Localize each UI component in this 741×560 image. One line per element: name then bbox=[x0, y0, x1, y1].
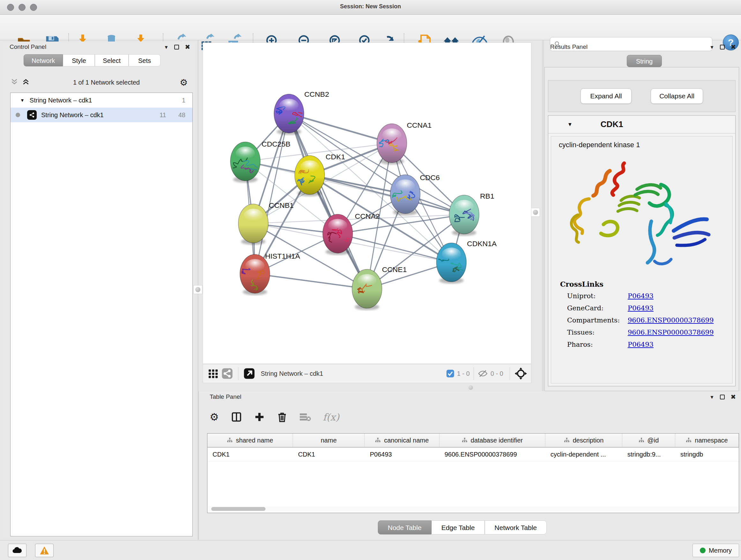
tab-string[interactable]: String bbox=[627, 55, 662, 67]
scrollbar-thumb[interactable] bbox=[211, 507, 266, 511]
open-in-new-window-icon[interactable] bbox=[242, 367, 256, 380]
node-label-HIST1H1A: HIST1H1A bbox=[265, 252, 300, 260]
window-title: Session: New Session bbox=[0, 3, 741, 10]
table-options-gear-icon[interactable]: ⚙ bbox=[210, 411, 219, 423]
expand-all-networks-icon[interactable] bbox=[22, 78, 30, 87]
fit-selected-crosshair-icon[interactable] bbox=[514, 367, 528, 380]
column-header-description[interactable]: description bbox=[545, 434, 622, 447]
table-row[interactable]: CDK1CDK1P064939606.ENSP00000378699cyclin… bbox=[207, 448, 739, 462]
crosslinks-title: CrossLinks bbox=[560, 280, 732, 288]
control-panel-float-icon[interactable] bbox=[174, 45, 179, 50]
selected-checkbox-icon[interactable] bbox=[446, 369, 455, 378]
tab-edge-table[interactable]: Edge Table bbox=[431, 520, 485, 535]
table-tabs: Node Table Edge Table Network Table bbox=[378, 520, 547, 535]
shared-column-icon bbox=[638, 438, 644, 443]
tab-node-table[interactable]: Node Table bbox=[378, 520, 431, 535]
network-options-gear-icon[interactable]: ⚙ bbox=[180, 77, 188, 88]
network-node-CCNA2[interactable] bbox=[323, 214, 356, 255]
cloud-status-icon[interactable] bbox=[8, 544, 26, 557]
table-cell: P06493 bbox=[365, 448, 440, 461]
titlebar: Session: New Session bbox=[0, 0, 741, 15]
crosslink-compartments-link[interactable]: 9606.ENSP00000378699 bbox=[628, 316, 714, 324]
network-node-CDKN1A[interactable] bbox=[434, 243, 467, 284]
column-header-database-identifier[interactable]: database identifier bbox=[440, 434, 545, 447]
birds-eye-grid-icon[interactable] bbox=[206, 367, 220, 380]
collapse-all-button[interactable]: Collapse All bbox=[651, 88, 703, 104]
crosslink-uniprot-link[interactable]: P06493 bbox=[628, 292, 654, 300]
network-view-footer: String Network – cdk1 1 - 0 0 - 0 bbox=[203, 364, 531, 383]
right-splitter-line2 bbox=[543, 40, 544, 391]
edge-count: 48 bbox=[179, 111, 185, 119]
network-node-CCNB2[interactable] bbox=[274, 94, 306, 135]
memory-button[interactable]: Memory bbox=[692, 544, 739, 557]
memory-status-dot bbox=[700, 548, 705, 553]
shared-column-icon bbox=[375, 438, 381, 443]
control-panel-close-icon[interactable]: ✖ bbox=[185, 43, 190, 51]
network-selection-status: 1 of 1 Network selected bbox=[33, 79, 180, 86]
node-label-CCNA2: CCNA2 bbox=[355, 212, 380, 220]
table-cell: cyclin-dependent ... bbox=[545, 448, 622, 461]
gene-section-expand-icon[interactable]: ▼ bbox=[567, 122, 572, 127]
network-graph[interactable]: CCNB2CCNA1CDC25BCDK1CDC6RB1CCNB1CCNA2CDK… bbox=[203, 43, 531, 364]
tab-style[interactable]: Style bbox=[63, 54, 95, 66]
function-builder-icon[interactable]: f(x) bbox=[323, 412, 339, 423]
column-header-namespace[interactable]: namespace bbox=[675, 434, 739, 447]
collection-expand-icon[interactable]: ▼ bbox=[20, 98, 24, 103]
control-panel-menu-icon[interactable]: ▼ bbox=[164, 44, 169, 50]
tab-network-table[interactable]: Network Table bbox=[485, 520, 547, 535]
right-splitter-handle[interactable] bbox=[531, 208, 540, 217]
network-share-icon[interactable] bbox=[220, 367, 234, 380]
column-header-canonical-name[interactable]: canonical name bbox=[365, 434, 440, 447]
network-node-CCNA1[interactable] bbox=[377, 124, 407, 165]
column-header--id[interactable]: @id bbox=[622, 434, 675, 447]
hidden-eye-slash-icon[interactable] bbox=[478, 369, 488, 378]
collapse-all-networks-icon[interactable] bbox=[10, 78, 18, 87]
results-panel-title: Results Panel bbox=[550, 44, 588, 51]
table-panel-menu-icon[interactable]: ▼ bbox=[710, 394, 714, 400]
network-row-selected[interactable]: String Network – cdk1 11 48 bbox=[10, 108, 192, 122]
main-toolbar: ? bbox=[0, 15, 741, 40]
crosslink-label: Uniprot: bbox=[567, 292, 628, 300]
network-node-CCNB1[interactable] bbox=[239, 204, 268, 245]
show-columns-icon[interactable] bbox=[231, 412, 242, 422]
table-cell: 9606.ENSP00000378699 bbox=[440, 448, 545, 461]
network-canvas[interactable]: CCNB2CCNA1CDC25BCDK1CDC6RB1CCNB1CCNA2CDK… bbox=[203, 43, 531, 364]
results-panel-menu-icon[interactable]: ▼ bbox=[710, 44, 714, 50]
tab-network[interactable]: Network bbox=[23, 54, 63, 66]
expand-all-button[interactable]: Expand All bbox=[581, 88, 631, 104]
delete-table-icon[interactable] bbox=[299, 412, 311, 422]
tab-select[interactable]: Select bbox=[95, 54, 129, 66]
application-window: Session: New Session bbox=[0, 0, 741, 560]
horizontal-splitter-handle[interactable] bbox=[468, 385, 473, 390]
hidden-counts: 0 - 0 bbox=[490, 370, 503, 377]
node-table: shared namenamecanonical namedatabase id… bbox=[207, 433, 739, 513]
results-panel: Results Panel ▼ ✖ String Expand All Coll… bbox=[544, 42, 741, 391]
table-panel-float-icon[interactable] bbox=[720, 395, 725, 399]
network-type-icon bbox=[27, 110, 37, 120]
network-node-HIST1H1A[interactable] bbox=[235, 254, 270, 295]
warnings-icon[interactable] bbox=[35, 544, 54, 557]
left-splitter-handle[interactable] bbox=[193, 285, 202, 294]
create-column-plus-icon[interactable] bbox=[254, 412, 265, 422]
table-panel-close-icon[interactable]: ✖ bbox=[731, 393, 736, 401]
delete-column-trash-icon[interactable] bbox=[277, 412, 287, 422]
collection-label: String Network – cdk1 bbox=[30, 97, 92, 104]
crosslink-pharos-link[interactable]: P06493 bbox=[628, 341, 654, 348]
column-header-name[interactable]: name bbox=[293, 434, 365, 447]
column-header-shared-name[interactable]: shared name bbox=[207, 434, 293, 447]
network-node-CCNE1[interactable] bbox=[352, 269, 382, 310]
node-label-CCNB1: CCNB1 bbox=[269, 201, 294, 209]
tab-sets[interactable]: Sets bbox=[129, 54, 160, 66]
network-node-CDC25B[interactable] bbox=[228, 142, 261, 183]
table-cell: stringdb:9... bbox=[622, 448, 675, 461]
table-horizontal-scrollbar[interactable] bbox=[208, 506, 738, 511]
gene-name: CDK1 bbox=[601, 119, 623, 129]
network-node-RB1[interactable] bbox=[449, 195, 479, 236]
network-collection-row[interactable]: ▼ String Network – cdk1 1 bbox=[10, 93, 192, 108]
shared-column-icon bbox=[462, 438, 468, 443]
results-panel-close-icon[interactable]: ✖ bbox=[731, 43, 736, 51]
crosslink-tissues-link[interactable]: 9606.ENSP00000378699 bbox=[628, 328, 714, 336]
results-panel-float-icon[interactable] bbox=[720, 45, 725, 50]
node-label-CDKN1A: CDKN1A bbox=[467, 240, 497, 248]
crosslink-genecard-link[interactable]: P06493 bbox=[628, 304, 654, 312]
